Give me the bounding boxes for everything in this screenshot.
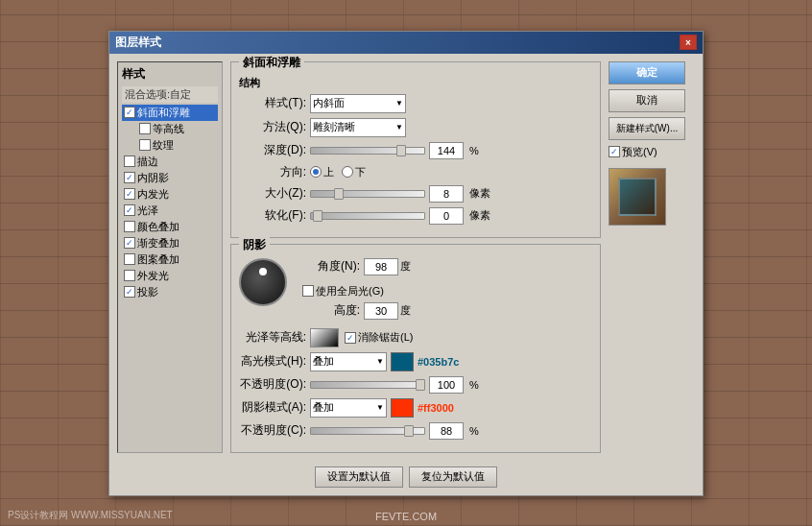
size-slider-thumb[interactable] [334, 188, 344, 200]
inner-glow-label: 内发光 [137, 187, 169, 202]
antialias-row: 消除锯齿(L) [345, 330, 413, 345]
highlight-mode-label: 高光模式(H): [239, 353, 306, 370]
close-button[interactable]: × [680, 35, 697, 50]
texture-label: 纹理 [153, 138, 174, 153]
shadow-opacity-slider-container: % [310, 422, 479, 440]
depth-label: 深度(D): [239, 142, 306, 158]
sidebar-item-satin[interactable]: 光泽 [122, 203, 218, 219]
shadow-opacity-thumb[interactable] [404, 425, 414, 437]
sidebar-item-outer-glow[interactable]: 外发光 [122, 268, 218, 284]
highlight-opacity-slider[interactable] [310, 381, 425, 389]
preview-checkbox[interactable] [609, 146, 620, 157]
stroke-checkbox[interactable] [124, 155, 135, 167]
sidebar-item-texture[interactable]: 纹理 [137, 137, 218, 154]
sidebar-item-inner-shadow[interactable]: 内阴影 [122, 170, 218, 186]
size-slider-track[interactable] [310, 190, 425, 198]
cancel-button[interactable]: 取消 [609, 89, 685, 112]
soften-input[interactable] [429, 207, 464, 225]
antialias-checkbox[interactable] [345, 332, 356, 344]
sidebar-item-inner-glow[interactable]: 内发光 [122, 186, 218, 203]
depth-slider-container: % [310, 142, 479, 159]
depth-slider-track[interactable] [310, 147, 425, 155]
size-slider-container: 像素 [310, 185, 490, 203]
satin-checkbox[interactable] [124, 204, 135, 216]
bevel-label: 斜面和浮雕 [137, 106, 190, 120]
antialias-label: 消除锯齿(L) [358, 330, 413, 345]
style-dropdown-arrow: ▼ [395, 99, 403, 108]
outer-glow-checkbox[interactable] [124, 270, 135, 281]
highlight-opacity-input[interactable] [429, 376, 464, 394]
depth-slider-thumb[interactable] [396, 145, 406, 156]
highlight-color-swatch[interactable] [391, 352, 414, 371]
watermark-left: PS设计教程网 WWW.MISSYUAN.NET [8, 509, 173, 522]
shadow-color-swatch[interactable] [391, 398, 414, 418]
method-dropdown[interactable]: 雕刻清晰 ▼ [310, 118, 406, 137]
reset-default-button[interactable]: 复位为默认值 [409, 466, 497, 488]
set-default-button[interactable]: 设置为默认值 [315, 466, 403, 488]
direction-down-label: 下 [355, 165, 366, 179]
depth-input[interactable] [429, 142, 464, 159]
contour-checkbox[interactable] [139, 123, 151, 134]
gloss-preview[interactable] [310, 328, 339, 347]
shadow-opacity-slider[interactable] [310, 427, 425, 435]
angle-input[interactable] [364, 258, 398, 275]
inner-shadow-checkbox[interactable] [124, 172, 135, 183]
direction-up-radio[interactable] [310, 166, 322, 178]
highlight-dropdown-arrow: ▼ [376, 357, 384, 366]
shadow-section: 阴影 角度(N): 度 [230, 244, 601, 453]
sidebar-item-gradient-overlay[interactable]: 渐变叠加 [122, 235, 218, 251]
global-light-checkbox[interactable] [302, 285, 314, 297]
drop-shadow-checkbox[interactable] [124, 286, 135, 298]
highlight-mode-dropdown[interactable]: 叠加 ▼ [310, 352, 387, 371]
angle-dial[interactable] [239, 258, 287, 306]
texture-checkbox[interactable] [139, 139, 151, 151]
preview-row: 预览(V) [609, 145, 695, 159]
color-overlay-checkbox[interactable] [124, 221, 135, 232]
blend-options-label[interactable]: 混合选项:自定 [122, 86, 218, 103]
watermark-center: FEVTE.COM [375, 511, 437, 522]
new-style-button[interactable]: 新建样式(W)... [609, 117, 685, 140]
sidebar-item-color-overlay[interactable]: 颜色叠加 [122, 219, 218, 235]
global-light-label: 使用全局光(G) [316, 284, 384, 299]
size-input[interactable] [429, 185, 464, 203]
sidebar-item-pattern-overlay[interactable]: 图案叠加 [122, 251, 218, 268]
sidebar-children: 等高线 纹理 [122, 121, 218, 154]
shadow-mode-value: 叠加 [313, 400, 334, 415]
shadow-mode-dropdown[interactable]: 叠加 ▼ [310, 398, 387, 418]
sidebar-item-stroke[interactable]: 描边 [122, 154, 218, 170]
shadow-opacity-row: 不透明度(C): % [239, 422, 592, 440]
sidebar-item-drop-shadow[interactable]: 投影 [122, 284, 218, 300]
title-bar: 图层样式 × [109, 32, 703, 54]
pattern-overlay-label: 图案叠加 [137, 252, 179, 267]
global-light-row: 使用全局光(G) [302, 284, 411, 299]
highlight-color-label: #035b7c [418, 356, 459, 368]
bevel-checkbox[interactable] [124, 107, 135, 118]
gradient-overlay-checkbox[interactable] [124, 237, 135, 249]
inner-glow-checkbox[interactable] [124, 188, 135, 200]
size-label: 大小(Z): [239, 185, 306, 202]
altitude-label: 高度: [302, 302, 360, 319]
soften-slider-track[interactable] [310, 212, 425, 220]
pattern-overlay-checkbox[interactable] [124, 253, 135, 265]
depth-row: 深度(D): % [239, 142, 592, 159]
style-dropdown[interactable]: 内斜面 ▼ [310, 94, 406, 113]
highlight-opacity-thumb[interactable] [416, 379, 425, 391]
angle-controls: 角度(N): 度 使用全局光(G) 高度: 度 [302, 258, 411, 324]
method-label: 方法(Q): [239, 119, 306, 135]
highlight-mode-value: 叠加 [313, 354, 334, 369]
size-row: 大小(Z): 像素 [239, 185, 592, 203]
soften-label: 软化(F): [239, 207, 306, 224]
satin-label: 光泽 [137, 203, 158, 218]
right-panel: 确定 取消 新建样式(W)... 预览(V) [609, 61, 695, 453]
direction-down-radio[interactable] [342, 166, 353, 178]
confirm-button[interactable]: 确定 [609, 61, 685, 84]
direction-down-item[interactable]: 下 [342, 165, 366, 179]
sidebar-item-bevel[interactable]: 斜面和浮雕 [122, 105, 218, 121]
outer-glow-label: 外发光 [137, 269, 169, 283]
altitude-input[interactable] [364, 302, 398, 320]
soften-slider-thumb[interactable] [313, 210, 322, 222]
direction-up-item[interactable]: 上 [310, 165, 334, 179]
shadow-opacity-input[interactable] [429, 422, 464, 440]
sidebar-item-contour[interactable]: 等高线 [137, 121, 218, 137]
highlight-mode-row: 高光模式(H): 叠加 ▼ #035b7c [239, 352, 592, 371]
